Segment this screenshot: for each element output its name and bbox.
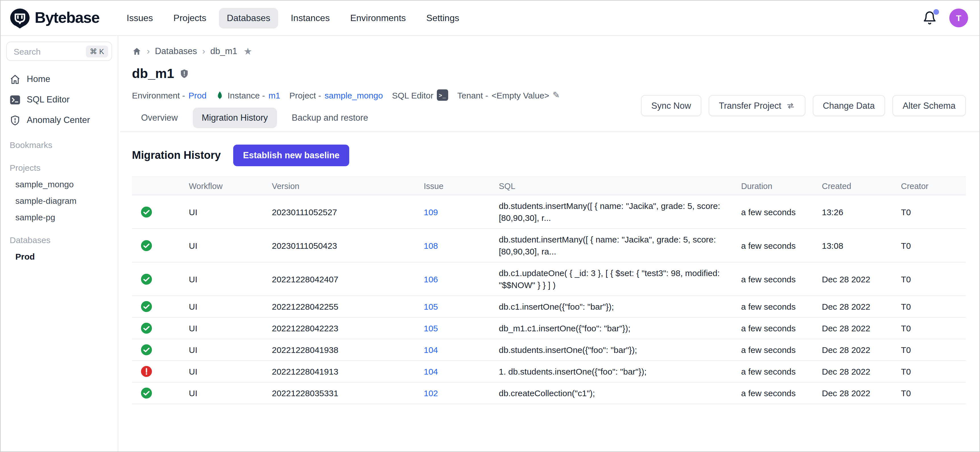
search-shortcut-badge: ⌘ K [86,45,108,57]
migration-row[interactable]: UI20221228041938104db.students.insertOne… [132,339,966,361]
notifications-button[interactable] [923,11,937,25]
button-label: Sync Now [651,101,691,111]
environment-link[interactable]: Prod [189,90,207,100]
nav-issues[interactable]: Issues [119,8,161,28]
sql-editor-label: SQL Editor [392,90,433,100]
migration-row[interactable]: UI20230111052527109db.students.insertMan… [132,195,966,229]
migration-section-header: Migration History Establish new baseline [132,145,966,166]
sql-editor-meta: SQL Editor >_ [392,89,448,101]
breadcrumb-databases[interactable]: Databases [155,46,197,56]
table-header-row: WorkflowVersionIssueSQLDurationCreatedCr… [132,176,966,195]
instance-meta: Instance - m1 [216,90,280,100]
sidebar: ⌘ K HomeSQL EditorAnomaly Center Bookmar… [0,36,118,452]
issue-link[interactable]: 105 [424,323,438,333]
tab-divider [120,131,980,132]
column-header-created: Created [822,181,901,190]
logo-text: Bytebase [35,9,99,27]
creator-cell: T0 [901,388,968,398]
button-label: Transfer Project [719,101,781,111]
migration-row[interactable]: UI20221228035331102db.createCollection("… [132,383,966,404]
sidebar-section-bookmarks: Bookmarks [0,136,118,153]
sql-cell: db.createCollection("c1"); [499,383,741,404]
edit-tenant-pencil-icon[interactable]: ✎ [552,90,560,100]
sidebar-item-prod[interactable]: Prod [0,248,118,265]
issue-link[interactable]: 105 [424,302,438,311]
issue-link[interactable]: 109 [424,207,438,217]
issue-link[interactable]: 104 [424,367,438,376]
issue-cell: 105 [424,323,499,333]
bookmark-star-icon[interactable]: ★ [243,45,252,57]
migration-row[interactable]: UI20221228042255105db.c1.insertOne({"foo… [132,296,966,318]
version-cell: 20221228042255 [272,302,424,311]
creator-cell: T0 [901,207,968,217]
tab-overview[interactable]: Overview [132,108,187,128]
migration-row[interactable]: UI20221228042223105db_m1.c1.insertOne({"… [132,318,966,339]
nav-databases[interactable]: Databases [219,8,278,28]
duration-cell: a few seconds [741,367,822,376]
sidebar-item-sample-mongo[interactable]: sample_mongo [0,176,118,192]
terminal-icon [10,94,21,105]
project-label: Project - [290,90,321,100]
instance-link[interactable]: m1 [269,90,280,100]
workflow-cell: UI [189,388,272,398]
sql-cell: 1. db.students.insertOne({"foo": "bar"})… [499,361,741,382]
column-header-creator: Creator [901,181,968,190]
duration-cell: a few seconds [741,241,822,250]
sidebar-item-sample-pg[interactable]: sample-pg [0,209,118,225]
issue-link[interactable]: 102 [424,388,438,398]
status-cell [132,273,189,285]
sidebar-section-databases: Databases [0,231,118,248]
created-cell: Dec 28 2022 [822,367,901,376]
establish-baseline-button[interactable]: Establish new baseline [233,145,349,166]
sidebar-item-sql-editor[interactable]: SQL Editor [0,89,118,110]
nav-settings[interactable]: Settings [418,8,467,28]
status-cell [132,240,189,251]
instance-label: Instance - [228,90,265,100]
created-cell: Dec 28 2022 [822,388,901,398]
workflow-cell: UI [189,241,272,250]
home-icon [10,74,21,85]
migration-row[interactable]: UI202212280419131041. db.students.insert… [132,361,966,383]
success-icon [140,273,153,285]
sql-editor-icon[interactable]: >_ [437,89,448,101]
avatar[interactable]: T [949,8,968,27]
project-link[interactable]: sample_mongo [325,90,383,100]
nav-instances[interactable]: Instances [283,8,337,28]
breadcrumb-home-icon[interactable] [132,46,142,56]
status-cell [132,366,189,377]
column-header-sql: SQL [499,181,741,190]
nav-environments[interactable]: Environments [342,8,414,28]
issue-link[interactable]: 104 [424,345,438,355]
button-label: Change Data [823,101,875,111]
tab-migration-history[interactable]: Migration History [192,108,277,128]
tab-backup-and-restore[interactable]: Backup and restore [283,108,377,128]
nav-projects[interactable]: Projects [165,8,215,28]
sync-now-button[interactable]: Sync Now [641,95,701,116]
sidebar-item-sample-diagram[interactable]: sample-diagram [0,192,118,209]
mongodb-leaf-icon [216,90,224,100]
breadcrumb-db-m1[interactable]: db_m1 [210,46,237,56]
version-cell: 20221228035331 [272,388,424,398]
issue-cell: 104 [424,345,499,355]
change-data-button[interactable]: Change Data [813,95,885,116]
transfer-project-button[interactable]: Transfer Project [709,95,805,116]
migration-row[interactable]: UI20221228042407106db.c1.updateOne( { _i… [132,262,966,296]
duration-cell: a few seconds [741,323,822,333]
version-cell: 20221228041938 [272,345,424,355]
version-cell: 20221228041913 [272,367,424,376]
creator-cell: T0 [901,345,968,355]
issue-link[interactable]: 108 [424,241,438,250]
sql-cell: db.c1.updateOne( { _id: 3 }, [ { $set: {… [499,262,741,295]
bytebase-logo-icon [10,8,30,28]
workflow-cell: UI [189,367,272,376]
bytebase-logo[interactable]: Bytebase [10,8,99,28]
created-cell: 13:08 [822,241,901,250]
issue-link[interactable]: 106 [424,274,438,284]
search-input[interactable] [13,46,86,57]
version-cell: 20221228042407 [272,274,424,284]
sidebar-item-home[interactable]: Home [0,69,118,89]
alter-schema-button[interactable]: Alter Schema [892,95,966,116]
sidebar-item-anomaly-center[interactable]: Anomaly Center [0,110,118,130]
error-icon [140,366,153,377]
migration-row[interactable]: UI20230111050423108db.student.insertMany… [132,229,966,262]
